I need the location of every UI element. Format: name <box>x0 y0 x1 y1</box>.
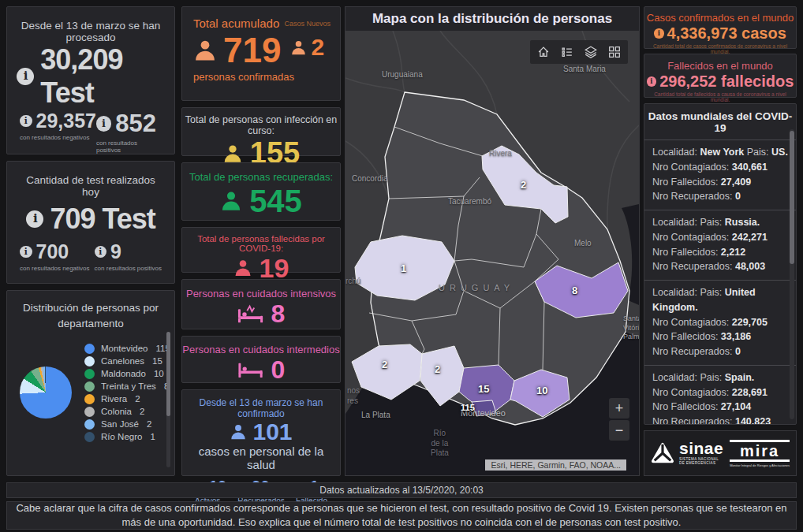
world-deaths-panel: Fallecidos en el mundo 296,252 fallecido… <box>644 54 797 98</box>
recovered-value: 545 <box>249 184 302 218</box>
world-deaths-caption: Cantidad total de fallecidos a causa de … <box>644 91 796 102</box>
tests-today-substats: 700 con resultados negativos 9 con resul… <box>17 240 165 272</box>
legend-swatch <box>84 356 95 366</box>
map-value-treinta-y-tres: 8 <box>572 285 577 296</box>
positive-results-value: 852 <box>115 110 156 138</box>
map-label-concordia: Concordia <box>352 174 388 183</box>
world-data-scrollbar[interactable] <box>790 129 794 419</box>
positive-results-stat: 9 con resultados positivos <box>95 240 162 272</box>
deaths-title: Total de personas fallecidas por COVID-1… <box>182 234 340 253</box>
world-cases-title: Casos confirmados en el mundo <box>644 12 796 24</box>
deaths-panel: Total de personas fallecidas por COVID-1… <box>181 227 341 273</box>
person-icon <box>220 190 242 212</box>
last-updated-bar: Datos actualizados al 13/5/2020, 20:03 <box>6 482 797 498</box>
legend-scrollbar-thumb[interactable] <box>166 332 170 416</box>
map-value-colonia: 2 <box>382 359 387 370</box>
basemap-grid-icon[interactable] <box>604 43 625 61</box>
covid-dashboard: Desde el 13 de marzo se han procesado 30… <box>0 0 803 532</box>
legend-swatch <box>84 344 95 354</box>
legend-value: 2 <box>140 407 144 416</box>
positive-results-label: con resultados positivos <box>95 265 162 272</box>
icu-value: 8 <box>271 301 286 326</box>
info-icon <box>654 28 663 38</box>
pie-legend: Montevideo115 Canelones15 Maldonado10 Tr… <box>84 344 170 442</box>
map-label-buenos-aires: nosres <box>347 385 360 406</box>
legend-swatch <box>84 369 95 379</box>
legend-label: Rivera <box>101 394 127 404</box>
disclaimer-bar: Cabe aclarar que la cifra de casos confi… <box>6 501 797 530</box>
negative-results-label: con resultados negativos <box>20 134 96 141</box>
home-icon[interactable] <box>533 43 554 61</box>
positive-results-label: con resultados positivos <box>96 140 162 154</box>
world-data-entry: Localidad: Pais: Russia. Nro Contagiados… <box>644 210 796 280</box>
legend-swatch <box>84 407 95 417</box>
legend-swatch <box>84 432 95 442</box>
person-icon <box>222 143 243 164</box>
info-icon <box>20 115 32 128</box>
legend-label: San José <box>101 419 139 429</box>
health-staff-value: 101 <box>252 420 292 444</box>
department-pie-chart <box>20 366 72 419</box>
legend-scrollbar[interactable] <box>166 332 170 467</box>
icu-bed-icon <box>237 303 264 324</box>
map-zoom-controls: + − <box>609 398 629 441</box>
map-toolbar <box>530 40 628 64</box>
world-data-entry: Localidad: New York Pais: US. Nro Contag… <box>644 140 796 210</box>
layers-icon[interactable] <box>581 43 601 61</box>
legend-item: San José2 <box>84 419 170 430</box>
logos-panel: sinae SISTEMA NACIONALDE EMERGENCIAS mir… <box>644 430 797 476</box>
world-deaths-title: Fallecidos en el mundo <box>644 60 796 72</box>
negative-results-value: 700 <box>36 240 69 263</box>
tests-today-value-row: 709 Test <box>17 203 165 236</box>
active-cases-panel: Total de personas con infección en curso… <box>181 107 341 156</box>
accumulated-caption: personas confirmadas <box>193 71 329 83</box>
new-cases: Casos Nuevos 2 <box>284 20 331 61</box>
map-label-rivera: Rivera <box>489 149 512 158</box>
distribution-body: Montevideo115 Canelones15 Maldonado10 Tr… <box>13 344 168 442</box>
map-canvas[interactable]: Uruguaiana Santa Maria Concordia Rivera … <box>345 31 639 475</box>
info-icon <box>96 116 111 131</box>
intermediate-care-panel: Personas en cuidados intermedios 0 <box>181 336 341 383</box>
map-value-paysandu: 1 <box>401 262 406 274</box>
zoom-in-button[interactable]: + <box>609 398 629 419</box>
person-icon <box>230 423 247 441</box>
health-staff-caption: casos en personal de la salud <box>190 445 332 471</box>
map-label-gualeguaychu: rchú <box>345 277 360 285</box>
world-data-entry: Localidad: Pais: Spain. Nro Contagiados:… <box>644 365 796 425</box>
intermediate-care-value: 0 <box>271 357 286 382</box>
left-column: Desde el 13 de marzo se han procesado 30… <box>6 6 175 476</box>
middle-column: Total acumulado 719 personas confirmadas… <box>181 6 341 482</box>
world-cases-panel: Casos confirmados en el mundo 4,336,973 … <box>644 6 797 49</box>
legend-swatch <box>84 394 95 404</box>
world-data-scrollbar-thumb[interactable] <box>790 131 794 264</box>
sinae-triangle-icon <box>651 442 674 464</box>
legend-value: 2 <box>147 419 151 429</box>
tests-processed-title: Desde el 13 de marzo se han procesado <box>17 20 165 43</box>
info-icon <box>20 246 32 259</box>
map-label-uruguaiana: Uruguaiana <box>382 70 423 79</box>
legend-label: Canelones <box>101 356 144 366</box>
negative-results-value: 29,357 <box>36 110 96 132</box>
map-label-uruguay: URUGUAY <box>439 283 514 292</box>
map-attribution[interactable]: Esri, HERE, Garmin, FAO, NOAA... <box>485 459 626 471</box>
new-cases-label: Casos Nuevos <box>284 20 331 28</box>
legend-list-icon[interactable] <box>557 43 577 61</box>
recovered-panel: Total de personas recuperadas: 545 <box>181 162 341 221</box>
accumulated-panel: Total acumulado 719 personas confirmadas… <box>181 6 341 101</box>
sinae-wordmark: sinae <box>679 441 723 456</box>
map-title: Mapa con la distribución de personas <box>345 7 639 31</box>
legend-item: Rivera2 <box>84 394 170 404</box>
map-value-rivera: 2 <box>521 179 526 191</box>
new-cases-value: 2 <box>311 34 324 61</box>
person-icon <box>193 39 217 62</box>
info-icon <box>26 210 43 228</box>
person-icon <box>290 39 307 56</box>
legend-item: Montevideo115 <box>84 344 170 354</box>
zoom-out-button[interactable]: − <box>609 420 629 441</box>
person-icon <box>233 259 252 277</box>
distribution-title: Distribución de personas por departament… <box>13 300 168 333</box>
legend-value: 10 <box>154 369 164 378</box>
negative-results-stat: 700 con resultados negativos <box>20 240 90 272</box>
health-staff-panel: Desde el 13 de marzo se han confirmado 1… <box>181 389 341 476</box>
sinae-logo: sinae SISTEMA NACIONALDE EMERGENCIAS <box>651 441 723 466</box>
